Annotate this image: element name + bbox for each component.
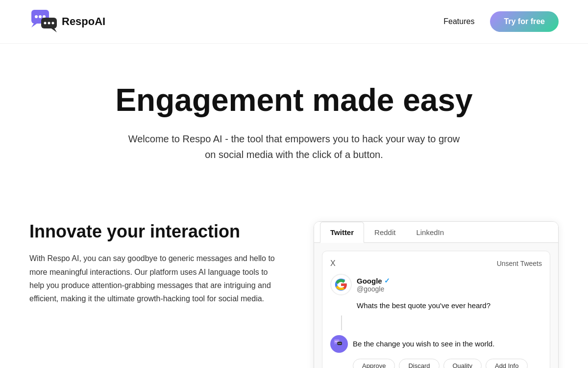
hero-section: Engagement made easy Welcome to Respo AI… — [0, 44, 588, 192]
svg-point-18 — [341, 343, 341, 343]
reply-buttons: Approve Discard Quality Add Info — [330, 359, 542, 368]
nav-right: Features Try for free — [443, 11, 559, 32]
add-info-button[interactable]: Add Info — [486, 359, 528, 368]
svg-point-2 — [39, 15, 42, 18]
navbar: RespoAI Features Try for free — [0, 0, 588, 44]
respoai-mini-icon — [334, 339, 344, 349]
tweet-thread-divider — [341, 315, 542, 330]
svg-point-12 — [336, 341, 337, 342]
tweet-author: Google ✓ @google — [330, 274, 542, 295]
reply-avatar — [330, 335, 348, 353]
svg-point-6 — [44, 22, 47, 25]
discard-button[interactable]: Discard — [399, 359, 439, 368]
svg-point-16 — [338, 343, 339, 343]
svg-marker-14 — [334, 343, 337, 344]
logo-text: RespoAI — [62, 15, 105, 28]
demo-panel: Twitter Reddit LinkedIn X Unsent Tweets — [314, 221, 559, 368]
avatar — [330, 274, 352, 295]
try-for-free-button[interactable]: Try for free — [490, 11, 559, 32]
features-link[interactable]: Features — [443, 17, 474, 26]
features-body: With Respo AI, you can say goodbye to ge… — [29, 252, 284, 305]
features-left: Innovate your interaction With Respo AI,… — [29, 221, 284, 305]
tab-linkedin[interactable]: LinkedIn — [406, 222, 454, 243]
svg-point-17 — [339, 343, 340, 343]
reply-text: Be the change you wish to see in the wor… — [353, 340, 494, 348]
features-section: Innovate your interaction With Respo AI,… — [0, 192, 588, 368]
svg-point-1 — [35, 15, 38, 18]
tweet-question: Whats the best quote you've ever heard? — [330, 300, 542, 312]
approve-button[interactable]: Approve — [353, 359, 395, 368]
verified-icon: ✓ — [384, 277, 390, 285]
tweet-unsent-label: Unsent Tweets — [497, 260, 542, 267]
demo-tabs: Twitter Reddit LinkedIn — [314, 222, 558, 243]
tweet-x-label: X — [330, 259, 336, 268]
svg-point-8 — [52, 22, 54, 25]
hero-subtext: Welcome to Respo AI - the tool that empo… — [122, 131, 466, 162]
author-info: Google ✓ @google — [357, 277, 390, 293]
tab-reddit[interactable]: Reddit — [364, 222, 406, 243]
demo-content: X Unsent Tweets — [314, 243, 558, 368]
google-g-icon — [334, 278, 348, 291]
svg-point-7 — [48, 22, 50, 25]
logo-area: RespoAI — [29, 9, 105, 34]
author-handle: @google — [357, 285, 390, 293]
author-name: Google ✓ — [357, 277, 390, 285]
quality-button[interactable]: Quality — [443, 359, 482, 368]
reply-row: Be the change you wish to see in the wor… — [330, 335, 542, 353]
tweet-header: X Unsent Tweets — [330, 259, 542, 268]
svg-point-13 — [338, 341, 339, 342]
logo-icon — [29, 9, 59, 34]
svg-point-11 — [335, 341, 336, 342]
hero-headline: Engagement made easy — [29, 83, 559, 117]
tweet-card: X Unsent Tweets — [322, 251, 550, 368]
features-heading: Innovate your interaction — [29, 221, 284, 242]
tab-twitter[interactable]: Twitter — [320, 222, 364, 243]
